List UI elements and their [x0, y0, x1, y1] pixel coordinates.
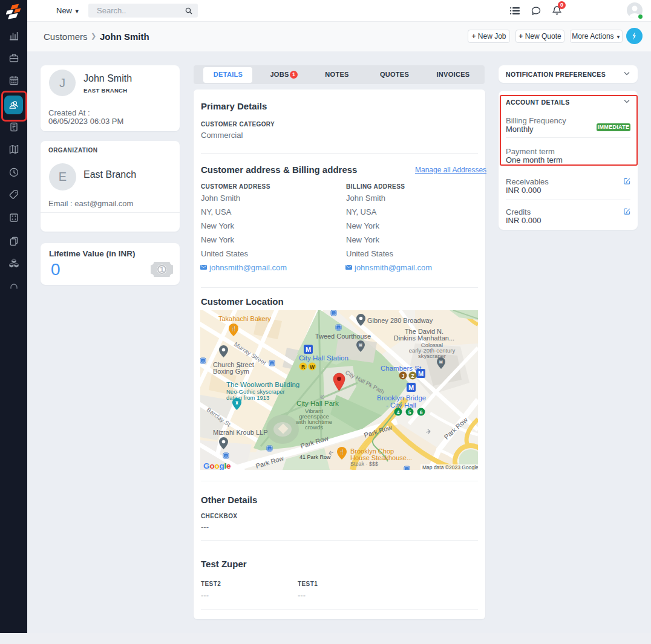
svg-text:City Hall Station: City Hall Station: [299, 354, 348, 362]
svg-text:Dinkins Manhattan...: Dinkins Manhattan...: [394, 334, 454, 342]
svg-text:Steak · $$$: Steak · $$$: [350, 461, 378, 467]
svg-text:e: e: [226, 461, 231, 470]
svg-text:🍴: 🍴: [339, 449, 345, 455]
svg-text:Takahachi Bakery: Takahachi Bakery: [218, 315, 271, 322]
svg-text:⌂: ⌂: [225, 454, 227, 458]
svg-text:M: M: [408, 384, 414, 391]
svg-text:Brooklyn Bridge: Brooklyn Bridge: [377, 394, 426, 402]
svg-text:o: o: [215, 461, 220, 470]
svg-text:Map data ©2023 Google: Map data ©2023 Google: [422, 464, 478, 470]
svg-text:dating from 1913: dating from 1913: [226, 394, 269, 401]
svg-text:R: R: [301, 364, 305, 370]
svg-text:🍴: 🍴: [231, 325, 237, 331]
svg-text:Chambers St: Chambers St: [381, 365, 422, 372]
svg-text:City Hall Park: City Hall Park: [296, 400, 339, 407]
svg-text:The Woolworth Building: The Woolworth Building: [226, 381, 299, 388]
svg-text:crowds: crowds: [305, 424, 323, 431]
svg-text:⌂: ⌂: [333, 311, 335, 315]
svg-text:41 Park Row: 41 Park Row: [299, 454, 331, 460]
svg-text:Tweed Courthouse: Tweed Courthouse: [315, 333, 371, 340]
svg-text:🏛: 🏛: [439, 359, 443, 364]
svg-text:5: 5: [408, 409, 411, 415]
svg-text:6: 6: [420, 409, 423, 415]
svg-text:♜: ♜: [235, 400, 239, 406]
svg-text:⌂: ⌂: [338, 326, 340, 330]
svg-text:J: J: [402, 373, 405, 379]
svg-text:1: 1: [160, 265, 164, 274]
svg-text:⌂: ⌂: [202, 359, 204, 363]
svg-text:Boxing Gym: Boxing Gym: [213, 368, 249, 375]
svg-text:🏛: 🏛: [359, 342, 363, 347]
svg-text:⌂: ⌂: [406, 467, 408, 470]
svg-text:G: G: [203, 461, 210, 470]
svg-text:⌂: ⌂: [271, 362, 273, 365]
svg-text:Z: Z: [411, 373, 414, 379]
svg-text:M: M: [306, 346, 311, 353]
svg-text:M: M: [418, 370, 424, 377]
svg-text:4: 4: [397, 409, 400, 415]
svg-text:- City Hall: - City Hall: [386, 402, 416, 409]
svg-text:Mizrahi Kroub LLP: Mizrahi Kroub LLP: [213, 429, 268, 436]
svg-text:o: o: [210, 461, 215, 470]
svg-text:W: W: [310, 364, 315, 370]
svg-text:Gibney 280 Broadway: Gibney 280 Broadway: [367, 317, 433, 324]
svg-text:⌂: ⌂: [269, 447, 271, 450]
svg-text:g: g: [220, 461, 224, 470]
